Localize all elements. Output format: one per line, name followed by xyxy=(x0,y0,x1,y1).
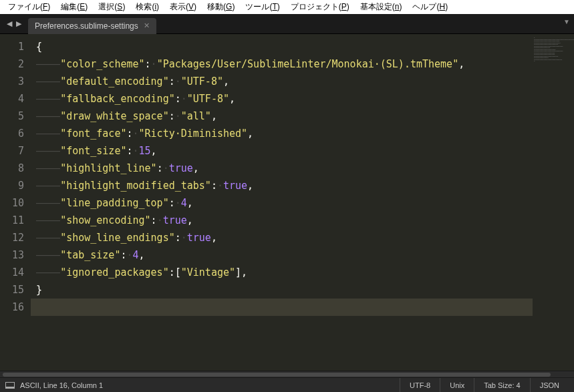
status-bar: ASCII, Line 16, Column 1 UTF-8 Unix Tab … xyxy=(0,377,574,392)
menu-f[interactable]: ファイル(F) xyxy=(3,0,55,14)
status-encoding[interactable]: UTF-8 xyxy=(400,378,440,392)
scrollbar-thumb[interactable] xyxy=(3,373,551,377)
menu-t[interactable]: ツール(T) xyxy=(240,0,285,14)
tab-bar: ◀ ▶ Preferences.sublime-settings ✕ ▼ xyxy=(0,14,574,34)
panel-toggle-icon[interactable] xyxy=(5,382,15,389)
minimap[interactable]: ▬▬▬▬▬▬▬▬▬▬▬▬▬▬▬▬▬▬▬▬▬▬▬▬▬▬▬▬▬▬▬▬▬▬▬▬▬▬▬▬… xyxy=(533,34,574,371)
code-line[interactable]: ————"default_encoding":·"UTF-8", xyxy=(36,73,533,90)
code-line[interactable]: ————"fallback_encoding":·"UTF-8", xyxy=(36,90,533,108)
menu-n[interactable]: 基本設定(n) xyxy=(355,0,408,14)
nav-buttons: ◀ ▶ xyxy=(0,19,28,28)
status-tab-size[interactable]: Tab Size: 4 xyxy=(474,378,529,392)
menu-g[interactable]: 移動(G) xyxy=(202,0,240,14)
code-line[interactable]: { xyxy=(36,38,533,55)
menu-h[interactable]: ヘルプ(H) xyxy=(407,0,453,14)
code-line[interactable]: ————"tab_size":·4, xyxy=(36,246,533,264)
status-syntax[interactable]: JSON xyxy=(530,378,569,392)
tab-overflow-icon[interactable]: ▼ xyxy=(563,18,570,25)
menu-p[interactable]: プロジェクト(P) xyxy=(285,0,355,14)
close-icon[interactable]: ✕ xyxy=(144,21,150,30)
menu-i[interactable]: 検索(i) xyxy=(130,0,164,14)
menu-v[interactable]: 表示(V) xyxy=(164,0,202,14)
code-line[interactable]: ————"color_scheme":·"Packages/User/Subli… xyxy=(36,55,533,73)
menu-bar: ファイル(F)編集(E)選択(S)検索(i)表示(V)移動(G)ツール(T)プロ… xyxy=(0,0,574,14)
code-area[interactable]: {————"color_scheme":·"Packages/User/Subl… xyxy=(31,34,533,371)
code-line[interactable]: ————"highlight_modified_tabs":·true, xyxy=(36,177,533,194)
code-line[interactable] xyxy=(31,299,533,316)
code-line[interactable]: ————"ignored_packages":["Vintage"], xyxy=(36,264,533,281)
code-line[interactable]: ————"show_line_endings":·true, xyxy=(36,229,533,246)
status-line-endings[interactable]: Unix xyxy=(440,378,474,392)
horizontal-scrollbar[interactable] xyxy=(0,371,574,377)
nav-forward-icon[interactable]: ▶ xyxy=(16,19,21,28)
code-line[interactable]: ————"draw_white_space":·"all", xyxy=(36,108,533,125)
tab-title: Preferences.sublime-settings xyxy=(35,21,138,31)
menu-e[interactable]: 編集(E) xyxy=(55,0,93,14)
menu-s[interactable]: 選択(S) xyxy=(93,0,130,14)
code-line[interactable]: ————"line_padding_top":·4, xyxy=(36,194,533,212)
tab-preferences[interactable]: Preferences.sublime-settings ✕ xyxy=(28,18,156,34)
code-line[interactable]: ————"font_face":·"Ricty·Diminished", xyxy=(36,125,533,142)
editor: 12345678910111213141516 {————"color_sche… xyxy=(0,34,574,371)
code-line[interactable]: ————"show_encoding":·true, xyxy=(36,212,533,229)
status-position[interactable]: ASCII, Line 16, Column 1 xyxy=(20,381,103,389)
code-line[interactable]: ————"highlight_line":·true, xyxy=(36,160,533,177)
code-line[interactable]: } xyxy=(36,281,533,299)
gutter: 12345678910111213141516 xyxy=(0,34,31,371)
nav-back-icon[interactable]: ◀ xyxy=(7,19,12,28)
code-line[interactable]: ————"font_size":·15, xyxy=(36,142,533,160)
